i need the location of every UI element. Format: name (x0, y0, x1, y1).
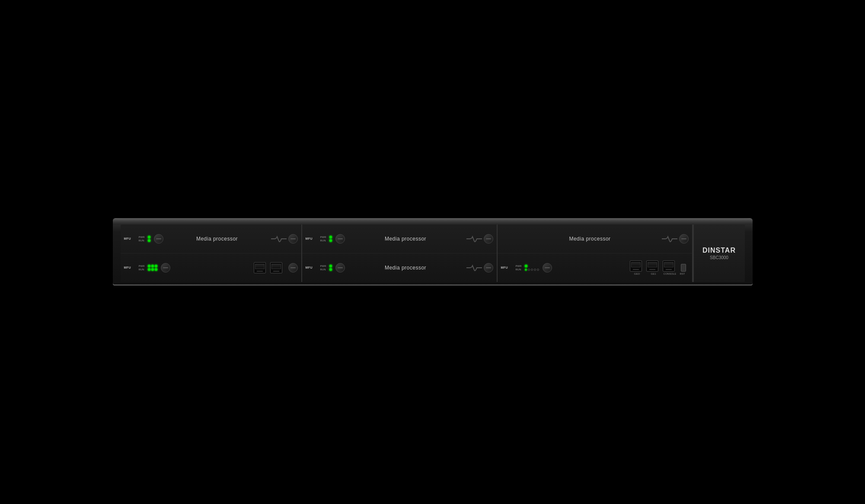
run-row-3: RUN (320, 239, 332, 242)
port-label-console: CONSOLE (664, 273, 676, 275)
port-label-ge1: GE1 (651, 273, 656, 275)
run-dot-5-2 (528, 269, 530, 271)
processor-label-3: Media processor (345, 236, 466, 242)
panel-row-3-top: Media processor (498, 225, 692, 254)
run-dot-5-4 (534, 269, 536, 271)
mfu-block-3: MFU (306, 237, 318, 241)
pwr-label-2: PWR (139, 265, 147, 267)
pwr-led-1 (148, 236, 150, 238)
ports-row-3: GEO GE1 CONSOLE (630, 260, 686, 275)
circle-btn-2[interactable] (161, 263, 170, 273)
run-leds-2 (148, 268, 157, 271)
pwr-label-3: PWR (320, 236, 328, 238)
processor-label-4: Media processor (345, 265, 466, 271)
rj45-port-1[interactable] (254, 262, 266, 273)
indicator-block-2: PWR RUN (139, 265, 157, 271)
run-row-5: RUN (516, 268, 539, 271)
port-ge1-group: GE1 (646, 260, 661, 275)
panel-section-1: MFU PWR RUN (121, 225, 302, 282)
circle-btn-1[interactable] (154, 234, 163, 244)
wave-connector-4 (466, 261, 482, 274)
rj45-port-ge1[interactable] (646, 260, 658, 272)
rst-label: RST (680, 273, 685, 275)
run-led-4 (329, 268, 332, 271)
port-console-group: CONSOLE (663, 260, 677, 275)
port-label-geo: GEO (634, 273, 640, 275)
rj45-port-geo[interactable] (630, 260, 642, 272)
pwr-row-3: PWR (320, 236, 332, 238)
mfu-label-1: MFU (124, 237, 131, 241)
pwr-label-1: PWR (139, 236, 147, 238)
processor-label-1: Media processor (163, 236, 271, 242)
mfu-block-5: MFU (501, 266, 513, 269)
ports-section-1 (254, 262, 285, 273)
panel-section-3: Media processor MFU (498, 225, 693, 282)
run-led-2-2 (151, 268, 154, 271)
run-dot-5-3 (531, 269, 533, 271)
rj45-port-console[interactable] (663, 260, 675, 272)
mfu-label-4: MFU (306, 266, 313, 269)
pwr-label-5: PWR (516, 265, 523, 267)
wave-connector-1 (271, 232, 287, 245)
circle-btn-3[interactable] (335, 234, 345, 244)
wave-connector-5 (662, 232, 677, 245)
rj45-port-2[interactable] (270, 262, 282, 273)
run-label-2: RUN (139, 268, 147, 271)
circle-btn-inner-5 (545, 267, 550, 268)
run-dot-5-5 (537, 269, 539, 271)
run-label-1: RUN (139, 239, 147, 242)
circle-btn-3r[interactable] (484, 234, 493, 244)
mfu-block-1: MFU (124, 237, 136, 241)
run-row-4: RUN (320, 268, 332, 271)
mfu-label-2: MFU (124, 266, 131, 269)
run-dots-5 (525, 269, 539, 271)
port-geo-group: GEO (630, 260, 645, 275)
indicator-block-3: PWR RUN (320, 236, 332, 242)
circle-btn-inner-4r (486, 267, 491, 268)
circle-btn-1r[interactable] (288, 234, 298, 244)
pwr-label-4: PWR (320, 265, 328, 267)
brand-name: DINSTAR (702, 247, 736, 254)
circle-btn-5r[interactable] (679, 234, 689, 244)
pwr-led-5 (525, 265, 527, 267)
processor-label-5: Media processor (518, 236, 662, 242)
run-row-1: RUN (139, 239, 150, 242)
mfu-label-5: MFU (501, 266, 508, 269)
circle-btn-4[interactable] (335, 263, 345, 273)
run-led-3 (329, 239, 332, 242)
mfu-label-3: MFU (306, 237, 313, 241)
rst-group: RST (679, 264, 686, 275)
run-dot-5-1 (525, 269, 527, 271)
pwr-led-4 (329, 265, 332, 267)
indicator-block-4: PWR RUN (320, 265, 332, 271)
indicator-block-5: PWR RUN (516, 265, 539, 271)
pwr-led-2-1 (148, 265, 150, 267)
circle-btn-inner-4 (338, 267, 343, 268)
circle-btn-inner-3r (486, 238, 491, 239)
circle-btn-5[interactable] (543, 263, 552, 273)
run-label-3: RUN (320, 239, 328, 242)
panel-row-2-top: MFU PWR RUN (302, 225, 497, 254)
panel-row-1-top: MFU PWR RUN (121, 225, 301, 254)
circle-btn-inner-1 (156, 238, 161, 239)
run-led-2-3 (155, 268, 157, 271)
circle-btn-2r[interactable] (288, 263, 298, 273)
circle-btn-inner-2 (163, 267, 168, 268)
pwr-row-2: PWR (139, 265, 157, 267)
mfu-block-2: MFU (124, 266, 136, 269)
circle-btn-4r[interactable] (484, 263, 493, 273)
circle-btn-inner-5r (681, 238, 686, 239)
pwr-led-2-2 (151, 265, 154, 267)
circle-btn-inner-1r (290, 238, 296, 239)
pwr-led-3 (329, 236, 332, 238)
pwr-led-2-3 (155, 265, 157, 267)
rst-button[interactable] (681, 264, 686, 272)
circle-btn-inner-2r (290, 267, 296, 268)
indicator-block-1: PWR RUN (139, 236, 150, 242)
network-appliance: MFU PWR RUN (113, 219, 753, 285)
run-led-1 (148, 239, 150, 242)
run-label-5: RUN (516, 268, 523, 271)
pwr-row-5: PWR (516, 265, 539, 267)
run-label-4: RUN (320, 268, 328, 271)
device-wrapper: MFU PWR RUN (0, 0, 865, 504)
